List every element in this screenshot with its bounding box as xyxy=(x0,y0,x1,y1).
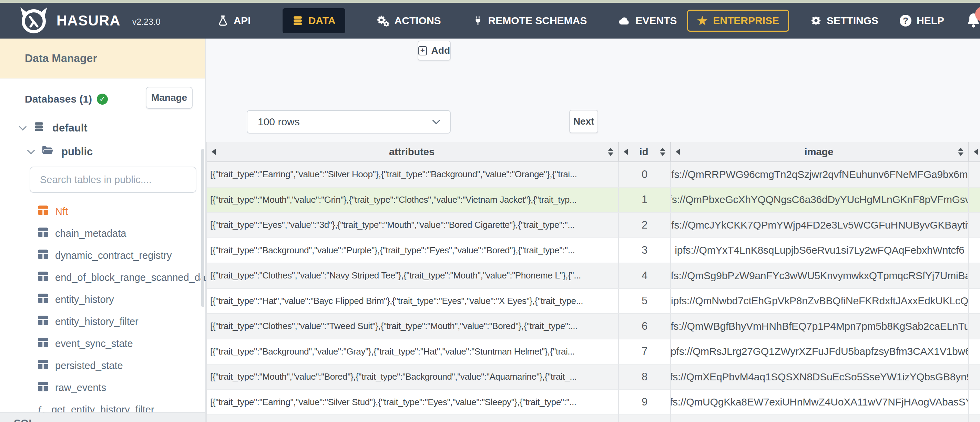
cell-id: 0 xyxy=(619,162,671,187)
cell-id: 6 xyxy=(619,314,671,340)
cell-image: ipfs://QmSg9bPzW9anFYc3wWU5KnvymwkxQTpmq… xyxy=(671,263,969,289)
tree-item-database-default[interactable]: default xyxy=(0,121,205,135)
cell-attributes: [{"trait_type":"Background","value":"Pur… xyxy=(207,238,619,264)
chevron-down-icon[interactable] xyxy=(27,147,35,155)
table-item-label: event_sync_state xyxy=(55,338,133,349)
rows-per-page-select[interactable]: 100 rows xyxy=(247,110,451,133)
sidebar-item-nft[interactable]: Nft xyxy=(0,200,205,222)
manage-button[interactable]: Manage xyxy=(146,87,192,109)
plus-square-icon: + xyxy=(418,46,427,56)
table-row: [{"trait_type":"Clothes","value":"Tweed … xyxy=(207,314,980,340)
sidebar-item-entity-history[interactable]: entity_history xyxy=(0,289,205,311)
cell-image: ipfs://QmPbxeGcXhYQQNgsC6a36dDyYUcHgMLnG… xyxy=(671,187,969,213)
cell-partial xyxy=(969,238,980,264)
nav-items: API DATA ACTIONS REMOTE SCHEMA xyxy=(218,8,677,33)
sort-icon[interactable] xyxy=(958,148,964,156)
enterprise-label: ENTERPRISE xyxy=(713,15,779,27)
sidebar-item-persisted-state[interactable]: persisted_state xyxy=(0,355,205,376)
table-row: [{"trait_type":"Clothes","value":"Navy S… xyxy=(207,263,980,289)
cell-partial xyxy=(969,213,980,238)
next-page-button[interactable]: Next xyxy=(569,110,598,133)
sidebar-item-dynamic-contract-registry[interactable]: dynamic_contract_registry xyxy=(0,244,205,267)
table-icon xyxy=(37,381,49,394)
data-manager-header: Data Manager xyxy=(0,38,205,78)
collapse-column-icon[interactable] xyxy=(624,149,628,155)
nav-item-help[interactable]: ? HELP xyxy=(900,15,944,27)
table-item-label: dynamic_contract_registry xyxy=(55,250,172,261)
cell-attributes: [{"trait_type":"Clothes","value":"Tweed … xyxy=(207,314,619,340)
nav-item-remote-schemas[interactable]: REMOTE SCHEMAS xyxy=(473,15,587,27)
connected-check-icon: ✓ xyxy=(97,94,108,105)
database-name: default xyxy=(52,122,88,134)
header-cell-id[interactable]: id xyxy=(619,142,671,162)
collapse-column-icon[interactable] xyxy=(676,149,680,155)
header-cell-image[interactable]: image xyxy=(671,142,969,162)
cell-partial xyxy=(969,340,980,365)
nav-item-settings[interactable]: SETTINGS xyxy=(810,15,878,27)
table-row: [{"trait_type":"Earring","value":"Silver… xyxy=(207,162,980,187)
cell-attributes: [{"trait_type":"Hat","value":"Bayc Flipp… xyxy=(207,289,619,314)
cell-id: 8 xyxy=(619,365,671,390)
version-label: v2.23.0 xyxy=(132,17,161,27)
add-row-button[interactable]: + Add xyxy=(418,41,451,60)
table-item-label: chain_metadata xyxy=(55,228,126,239)
header-cell-attributes[interactable]: attributes xyxy=(207,142,619,162)
cell-id: 9 xyxy=(619,390,671,416)
nav-item-api[interactable]: API xyxy=(218,15,251,27)
nav-item-data[interactable]: DATA xyxy=(283,8,345,33)
cell-id xyxy=(619,415,671,422)
table-row: [{"trait_type":"Background","value":"Pur… xyxy=(207,238,980,264)
sort-icon[interactable] xyxy=(660,148,665,156)
sidebar-item-event-sync-state[interactable]: event_sync_state xyxy=(0,333,205,355)
search-tables-input[interactable] xyxy=(30,167,196,193)
table-icon xyxy=(37,271,49,284)
sidebar-item-entity-history-filter[interactable]: entity_history_filter xyxy=(0,311,205,333)
sidebar-item-raw-events[interactable]: raw_events xyxy=(0,376,205,398)
cell-attributes xyxy=(207,415,619,422)
brand-name: HASURA xyxy=(57,13,121,29)
window-top-strip xyxy=(0,0,980,3)
table-row: [{"trait_type":"Hat","value":"Bayc Flipp… xyxy=(207,289,980,314)
databases-label: Databases (1) xyxy=(25,93,92,105)
nav-item-actions[interactable]: ACTIONS xyxy=(377,15,441,27)
sidebar-scrollbar[interactable] xyxy=(201,149,204,307)
cell-id: 5 xyxy=(619,289,671,314)
star-icon: ★ xyxy=(697,15,708,27)
sidebar-item-end-of-block-range-scanned-data[interactable]: end_of_block_range_scanned_data xyxy=(0,267,205,289)
cell-attributes: [{"trait_type":"Mouth","value":"Grin"},{… xyxy=(207,187,619,213)
cell-image: ipfs://QmRsJLrg27GQ1ZWyrXZFuJFdU5bapfzsy… xyxy=(671,340,969,365)
top-navbar: HASURA v2.23.0 API DATA xyxy=(0,3,980,38)
header-cell-next-column-partial[interactable] xyxy=(969,142,980,162)
table-icon xyxy=(37,227,49,240)
navbar-right: ★ ENTERPRISE SETTINGS ? HELP 8 xyxy=(687,10,980,32)
nav-label-data: DATA xyxy=(309,15,336,27)
cell-image: ipfs://QmXEqPbvM4aq1SQSXN8DSuEcSo5SseYW1… xyxy=(671,365,969,390)
nav-item-events[interactable]: EVENTS xyxy=(619,15,677,27)
rows-select-value: 100 rows xyxy=(258,116,300,128)
gears-icon xyxy=(377,15,390,27)
help-label: HELP xyxy=(916,15,944,27)
table-item-label: entity_history xyxy=(55,294,114,305)
cell-partial xyxy=(969,263,980,289)
tree-item-schema-public[interactable]: public xyxy=(0,145,205,158)
flask-icon xyxy=(218,15,229,26)
sidebar-item-chain-metadata[interactable]: chain_metadata xyxy=(0,222,205,244)
gear-icon xyxy=(810,15,821,26)
cell-partial xyxy=(969,187,980,213)
notifications-button[interactable]: 8 xyxy=(966,12,980,29)
enterprise-button[interactable]: ★ ENTERPRISE xyxy=(687,10,789,32)
column-title: attributes xyxy=(216,146,608,158)
collapse-column-icon[interactable] xyxy=(212,149,216,155)
sort-icon[interactable] xyxy=(608,148,613,156)
table-icon xyxy=(37,315,49,328)
cell-id: 4 xyxy=(619,263,671,289)
sidebar-footer: SQL xyxy=(0,412,205,422)
table-item-label: end_of_block_range_scanned_data xyxy=(55,272,214,283)
cell-image: ipfs://QmYxT4LnK8sqLupjbS6eRvu1si7Ly2wFQ… xyxy=(671,238,969,264)
chevron-down-icon xyxy=(433,117,441,125)
collapse-column-icon[interactable] xyxy=(974,149,978,155)
chevron-down-icon[interactable] xyxy=(19,123,27,131)
sidebar-item-sql[interactable]: SQL xyxy=(14,417,205,422)
hasura-logo-block[interactable]: HASURA v2.23.0 xyxy=(18,6,161,35)
table-icon xyxy=(37,249,49,262)
